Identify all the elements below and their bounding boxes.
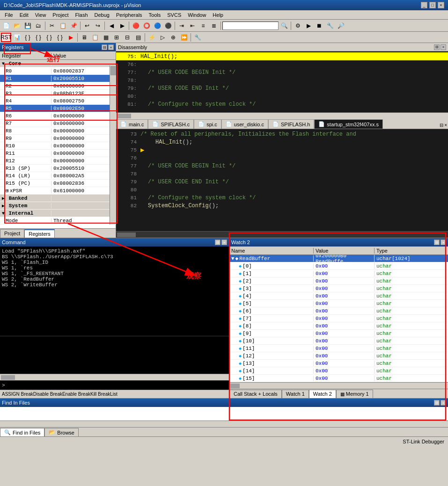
reg-r2[interactable]: R2 0x00000000 <box>0 82 116 90</box>
cmd-hscrollbar[interactable] <box>0 374 229 380</box>
watch-row-0[interactable]: ◆ [0] 0x00 uchar <box>229 262 448 270</box>
menu-file[interactable]: File <box>2 12 16 18</box>
reg-r10[interactable]: R10 0x00000000 <box>0 142 116 150</box>
t2-run[interactable]: ▶ <box>66 33 76 42</box>
fmt2-btn[interactable]: ≣ <box>209 21 219 30</box>
menu-edit[interactable]: Edit <box>17 12 31 18</box>
watch-hscroll-thumb[interactable] <box>230 384 240 388</box>
watch-tab-watch2[interactable]: Watch 2 <box>309 390 336 398</box>
tab-close-btn[interactable]: × <box>444 123 447 128</box>
tab-project[interactable]: Project <box>0 229 24 238</box>
expand-readbuffer-icon[interactable]: ▼ <box>231 256 235 261</box>
registers-close-btn[interactable]: × <box>108 44 114 50</box>
t2-step[interactable]: ⏩ <box>179 33 189 42</box>
search-btn[interactable]: 🔍 <box>279 21 289 30</box>
watch-row-2[interactable]: ◆ [2] 0x00 uchar <box>229 277 448 285</box>
watch-float-btn[interactable]: ⊟ <box>434 239 440 245</box>
reg-r8[interactable]: R8 0x00000000 <box>0 127 116 135</box>
watch-row-12[interactable]: ◆ [12] 0x00 uchar <box>229 352 448 360</box>
expand-internal-icon[interactable]: ▼ <box>2 211 5 216</box>
menu-debug[interactable]: Debug <box>92 12 112 18</box>
watch-row-7[interactable]: ◆ [7] 0x00 uchar <box>229 315 448 322</box>
reg-r4[interactable]: R4 0x08002750 <box>0 97 116 105</box>
reg-btn[interactable]: 📊 <box>12 33 22 42</box>
tab-spiflash-c[interactable]: 📄 SPIFLASH.c <box>148 119 194 129</box>
minimize-button[interactable]: _ <box>421 2 427 8</box>
expand-system-icon[interactable]: ▶ <box>2 203 5 209</box>
reg-scroll-thumb[interactable] <box>110 66 116 75</box>
watch-row-6[interactable]: ◆ [6] 0x00 uchar <box>229 307 448 315</box>
find-tab-find-in-files[interactable]: 🔍 Find in Files <box>0 428 44 436</box>
registers-float-btn[interactable]: ⊟ <box>102 44 107 50</box>
bkpt4-btn[interactable]: ⚫ <box>163 21 173 30</box>
code-editor-area[interactable]: 73 /* Reset of all peripherals, Initiali… <box>116 129 448 231</box>
t2-btn6[interactable]: ⊞ <box>111 33 122 42</box>
reg-r11[interactable]: R11 0x00000000 <box>0 150 116 157</box>
cut-btn[interactable]: ✂ <box>47 21 57 30</box>
bkpt3-btn[interactable]: 🔵 <box>152 21 162 30</box>
new-btn[interactable]: 📄 <box>1 21 11 30</box>
tab-main-c[interactable]: 📄 main.c <box>116 119 148 129</box>
t2-btn11[interactable]: ⊕ <box>168 33 178 42</box>
bkpt-btn[interactable]: 🔴 <box>131 21 141 30</box>
watch-row-15[interactable]: ◆ [15] 0x00 uchar <box>229 375 448 382</box>
disasm-float-btn[interactable]: ⊟ <box>434 44 440 50</box>
paste-btn[interactable]: 📌 <box>68 21 79 30</box>
code-hscroll-thumb[interactable] <box>117 232 136 237</box>
menu-svcs[interactable]: SVCS <box>164 12 184 18</box>
reg-r0[interactable]: R0 0x08002837 <box>0 67 116 75</box>
watch-row-5[interactable]: ◆ [5] 0x00 uchar <box>229 300 448 307</box>
reg-r12[interactable]: R12 0x00000000 <box>0 157 116 165</box>
dbg-btn[interactable]: 🔎 <box>336 21 346 30</box>
t2-btn9[interactable]: ⚡ <box>147 33 157 42</box>
tab-user-diskio[interactable]: 📄 user_diskio.c <box>221 119 268 129</box>
watch-row-11[interactable]: ◆ [11] 0x00 uchar <box>229 345 448 352</box>
t2-btn10[interactable]: ▷ <box>157 33 168 42</box>
t2-btn2[interactable]: { } <box>33 33 44 42</box>
reg-group-internal[interactable]: ▼ Internal <box>0 210 116 217</box>
redo-btn[interactable]: ↪ <box>93 21 103 30</box>
tab-registers[interactable]: Registers <box>24 229 54 238</box>
menu-tools[interactable]: Tools <box>146 12 164 18</box>
cmd-hscroll-thumb[interactable] <box>1 375 15 380</box>
reg-r5[interactable]: R5 0x08002E50 <box>0 105 116 112</box>
watch-row-readbuffer[interactable]: ▼ ◆ ReadBuffer 0x200000B0 ReadBuffe... u… <box>229 255 448 262</box>
menu-flash[interactable]: Flash <box>73 12 91 18</box>
rst-btn[interactable]: RST <box>1 33 11 42</box>
reg-xpsr[interactable]: ⊞xPSR 0x61000000 <box>0 187 116 195</box>
watch-hscrollbar[interactable] <box>229 382 448 389</box>
cmd-close-btn[interactable]: × <box>221 239 227 245</box>
t2-btn5[interactable]: ▦ <box>101 33 111 42</box>
t2-btn8[interactable]: ▤ <box>133 33 143 42</box>
menu-project[interactable]: Project <box>50 12 71 18</box>
fmt-btn[interactable]: ≡ <box>198 21 208 30</box>
command-input[interactable] <box>7 383 227 388</box>
menu-window[interactable]: Window <box>185 12 209 18</box>
find-close-btn[interactable]: × <box>441 400 446 406</box>
undo-btn[interactable]: ↩ <box>82 21 92 30</box>
tab-spi-c[interactable]: 📄 spi.c <box>194 119 221 129</box>
reg-r14[interactable]: R14 (LR) 0x080002A5 <box>0 172 116 180</box>
reg-r3[interactable]: R3 0x08b0123F <box>0 90 116 97</box>
maximize-button[interactable]: □ <box>429 2 436 8</box>
menu-view[interactable]: View <box>32 12 49 18</box>
stop-btn[interactable]: ⏹ <box>314 21 324 30</box>
reg-group-banked[interactable]: ▶ Banked <box>0 195 116 202</box>
expand-core-icon[interactable]: ▼ <box>2 61 5 66</box>
t2-btn3[interactable]: { } <box>44 33 54 42</box>
tab-spiflash-h[interactable]: 📄 SPIFLASH.h <box>268 119 314 129</box>
copy-btn[interactable]: 📋 <box>58 21 68 30</box>
find-tab-browse[interactable]: 📂 Browse <box>44 428 79 436</box>
window-controls[interactable]: _ □ × <box>421 2 444 8</box>
watch-row-14[interactable]: ◆ [14] 0x00 uchar <box>229 367 448 375</box>
watch-tab-watch1[interactable]: Watch 1 <box>282 390 309 398</box>
find-float-btn[interactable]: ⊟ <box>434 400 440 406</box>
cfg-btn[interactable]: 🔧 <box>325 21 335 30</box>
watch-row-9[interactable]: ◆ [9] 0x00 uchar <box>229 330 448 337</box>
search-input[interactable]: _USE_WRITE <box>222 22 279 30</box>
disasm-close-btn[interactable]: × <box>441 44 446 50</box>
t2-btn12[interactable]: 🔧 <box>192 33 203 42</box>
save-btn[interactable]: 💾 <box>22 21 33 30</box>
reg-r6[interactable]: R6 0x00000000 <box>0 112 116 120</box>
watch-row-10[interactable]: ◆ [10] 0x00 uchar <box>229 337 448 345</box>
